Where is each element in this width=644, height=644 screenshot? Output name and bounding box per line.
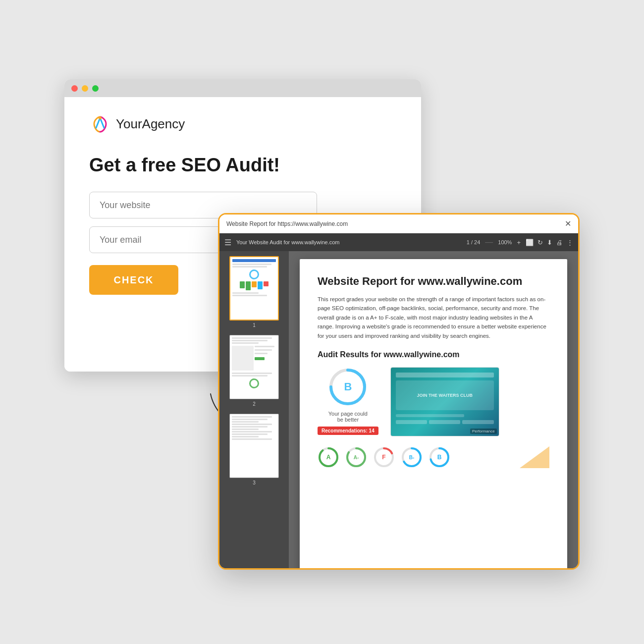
- pdf-page-subtitle: This report grades your website on the s…: [318, 295, 549, 340]
- perf-label: Performance: [470, 429, 497, 434]
- grade-circle-A: A: [318, 446, 339, 468]
- pdf-viewer-window: Website Report for https://www.wallywine…: [218, 213, 580, 570]
- logo-bold: Your: [116, 116, 142, 131]
- pdf-audit-heading: Audit Results for www.wallywine.com: [318, 350, 549, 359]
- thumbnail-1[interactable]: 1: [223, 256, 285, 328]
- small-grade-A-minus: A-: [345, 446, 367, 468]
- grade-caption: Your page could be better: [325, 411, 370, 423]
- grade-badge: Recommendations: 14: [318, 427, 378, 435]
- pdf-sidebar: 1: [219, 251, 289, 568]
- pdf-main-content: Website Report for www.wallywine.com Thi…: [289, 251, 578, 568]
- site-mock-subtext: [396, 414, 465, 417]
- thumbnail-3[interactable]: 3: [223, 414, 285, 485]
- pdf-close-button[interactable]: ✕: [565, 219, 571, 228]
- dot-yellow[interactable]: [82, 85, 88, 92]
- check-button[interactable]: CHECK: [89, 265, 178, 295]
- toolbar-sep: —: [485, 238, 493, 247]
- zoom-level: 100%: [498, 239, 512, 245]
- rotate-icon[interactable]: ↻: [537, 239, 543, 246]
- pdf-title: Website Report for https://www.wallywine…: [226, 220, 348, 227]
- logo-regular: Agency: [142, 116, 185, 131]
- thumb-box-2: [229, 335, 279, 399]
- dot-green[interactable]: [92, 85, 99, 92]
- thumb-box-3: [229, 414, 279, 478]
- thumb-number-3: 3: [253, 480, 256, 485]
- print-icon[interactable]: 🖨: [556, 239, 563, 246]
- thumb-number-1: 1: [253, 322, 256, 328]
- toolbar-icons: ⬜ ↻ ⬇ 🖨 ⋮: [526, 239, 573, 246]
- toolbar-title: Your Website Audit for www.wallywine.com: [236, 239, 462, 245]
- pdf-audit-row: B Your page could be better Recommendati…: [318, 367, 549, 436]
- small-grade-A: A: [318, 446, 339, 468]
- triangle-graphic: [520, 446, 549, 468]
- small-grade-F: F: [373, 446, 395, 468]
- bottom-grades-row: A A-: [318, 446, 549, 468]
- grade-letter: B: [344, 380, 352, 393]
- svg-marker-14: [520, 446, 549, 468]
- browser-titlebar: [64, 79, 421, 97]
- small-grade-B2: B: [429, 446, 450, 468]
- small-grade-B-minus: B-: [401, 446, 423, 468]
- site-hero-text: JOIN THE WAITERS CLUB: [417, 393, 473, 398]
- scene: YourAgency Get a free SEO Audit! CHECK W…: [50, 50, 594, 594]
- grade-letter-B-minus: B-: [409, 454, 415, 460]
- site-mock-nav: [396, 373, 494, 377]
- logo-area: YourAgency: [89, 113, 396, 135]
- thumbnail-2[interactable]: 2: [223, 335, 285, 407]
- more-icon[interactable]: ⋮: [567, 239, 573, 246]
- grade-letter-B2: B: [437, 454, 442, 461]
- dot-red[interactable]: [71, 85, 78, 92]
- site-screenshot: JOIN THE WAITERS CLUB Performance: [390, 367, 499, 436]
- logo-text: YourAgency: [116, 116, 185, 132]
- pdf-titlebar: Website Report for https://www.wallywine…: [219, 215, 578, 233]
- pdf-toolbar: ☰ Your Website Audit for www.wallywine.c…: [219, 233, 578, 251]
- pdf-page: Website Report for www.wallywine.com Thi…: [300, 259, 567, 568]
- grade-letter-F: F: [382, 454, 385, 461]
- svg-point-0: [99, 116, 102, 119]
- grade-circle: B: [328, 367, 368, 407]
- grade-circle-wrap: B Your page could be better Recommendati…: [318, 367, 378, 435]
- site-mock-hero: JOIN THE WAITERS CLUB: [396, 380, 494, 410]
- site-mock-footer: [396, 420, 494, 424]
- pdf-body: 1: [219, 251, 578, 568]
- grade-circle-F: F: [373, 446, 395, 468]
- thumb-box-1: [229, 256, 279, 321]
- grade-letter-A: A: [326, 454, 331, 461]
- download-icon[interactable]: ⬇: [547, 239, 552, 246]
- logo-icon: [89, 113, 111, 135]
- thumb-number-2: 2: [253, 401, 256, 407]
- page-headline: Get a free SEO Audit!: [89, 155, 396, 176]
- grade-circle-B-minus: B-: [401, 446, 423, 468]
- pdf-page-title: Website Report for www.wallywine.com: [318, 275, 549, 288]
- page-counter: 1 / 24: [467, 239, 481, 245]
- grade-circle-B2: B: [429, 446, 450, 468]
- grade-letter-A-minus: A-: [354, 454, 359, 460]
- zoom-plus-icon[interactable]: +: [517, 239, 521, 246]
- present-icon[interactable]: ⬜: [526, 239, 534, 246]
- grade-circle-A-minus: A-: [345, 446, 367, 468]
- hamburger-icon[interactable]: ☰: [224, 238, 231, 247]
